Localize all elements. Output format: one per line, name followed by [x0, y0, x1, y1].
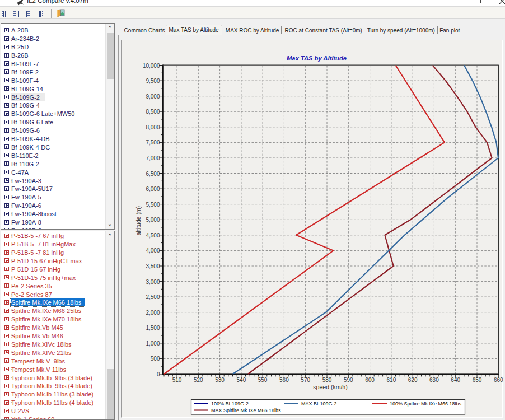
svg-text:5,500: 5,500 [146, 202, 160, 208]
svg-text:MAX Bf-109G-2: MAX Bf-109G-2 [301, 401, 337, 407]
svg-text:2,500: 2,500 [146, 294, 160, 300]
svg-text:560: 560 [279, 377, 289, 383]
svg-text:600: 600 [365, 377, 375, 383]
svg-text:3,000: 3,000 [146, 279, 160, 285]
svg-text:10,000: 10,000 [143, 63, 160, 69]
svg-text:510: 510 [172, 377, 182, 383]
svg-text:590: 590 [344, 377, 353, 383]
svg-text:4,500: 4,500 [146, 232, 160, 239]
svg-text:100% Spitfire Mk.IXe M66 18lbs: 100% Spitfire Mk.IXe M66 18lbs [390, 401, 462, 407]
svg-text:7,000: 7,000 [146, 155, 160, 161]
svg-text:2,000: 2,000 [146, 310, 160, 316]
svg-text:7,500: 7,500 [146, 139, 160, 146]
svg-text:6,000: 6,000 [146, 186, 160, 192]
svg-text:6,500: 6,500 [146, 171, 160, 177]
svg-text:630: 630 [429, 377, 439, 383]
svg-text:100% Bf-109G-2: 100% Bf-109G-2 [211, 401, 249, 407]
svg-text:8,000: 8,000 [146, 124, 160, 130]
svg-text:580: 580 [322, 377, 332, 383]
svg-text:4,000: 4,000 [146, 248, 160, 254]
svg-text:640: 640 [451, 377, 460, 383]
svg-text:500: 500 [151, 356, 160, 362]
svg-text:3,500: 3,500 [146, 263, 160, 269]
svg-text:570: 570 [301, 377, 310, 383]
svg-text:650: 650 [473, 377, 482, 383]
svg-text:1,500: 1,500 [146, 325, 160, 331]
svg-text:MAX Spitfire Mk.IXe M66 18lbs: MAX Spitfire Mk.IXe M66 18lbs [211, 408, 281, 413]
svg-text:550: 550 [258, 377, 268, 383]
svg-text:530: 530 [215, 377, 225, 383]
svg-text:0: 0 [157, 371, 160, 377]
svg-text:8,500: 8,500 [146, 109, 160, 115]
svg-text:9,000: 9,000 [146, 94, 160, 100]
svg-text:610: 610 [387, 377, 396, 383]
svg-text:660: 660 [494, 377, 503, 383]
svg-text:540: 540 [237, 377, 246, 383]
svg-text:5,000: 5,000 [146, 217, 160, 223]
svg-text:speed (km/h): speed (km/h) [313, 384, 347, 390]
svg-text:Max TAS by Altitude: Max TAS by Altitude [287, 55, 347, 62]
svg-text:1,000: 1,000 [146, 340, 160, 347]
svg-text:520: 520 [194, 377, 203, 383]
svg-text:620: 620 [408, 377, 418, 383]
svg-text:altitude (m): altitude (m) [135, 206, 142, 236]
svg-text:9,500: 9,500 [146, 78, 160, 84]
